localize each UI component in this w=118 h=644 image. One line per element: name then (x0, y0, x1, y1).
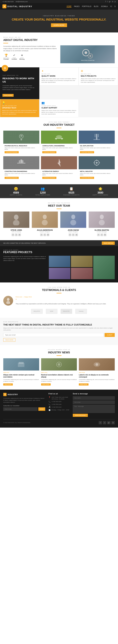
footer-message-textarea[interactable] (73, 405, 115, 413)
newsletter-read-more-button[interactable]: READ MORE (3, 338, 15, 342)
john-fb-icon[interactable]: f (69, 234, 71, 236)
svg-point-11 (55, 138, 57, 140)
gplus-icon[interactable]: g+ (109, 1, 111, 2)
steve-fb-icon[interactable]: f (12, 234, 14, 236)
svg-rect-20 (21, 160, 22, 163)
pharma-text: Aliqua enim minim veniam quis nostrud ex… (5, 147, 38, 150)
committed-text: WE ARE COMMITTED OF DELIVERING THE BEST … (3, 242, 46, 244)
twitter-icon[interactable]: t (107, 1, 107, 2)
industry-title: OUR INDUSTRY TARGET (3, 124, 115, 126)
steve-li-icon[interactable]: in (18, 234, 21, 236)
testimonials-title: TESTIMONIALS & CLIENTS (3, 289, 115, 292)
oil-text: Aliqua enim minim veniam quis nostrud ex… (80, 147, 113, 150)
julia-li-icon[interactable]: in (47, 234, 49, 236)
testimonial-photo (3, 296, 13, 306)
svg-rect-14 (95, 134, 95, 137)
gear-badge: ⚙ (2, 65, 8, 72)
featured-content: Consectetur adipiscing elit, sed do eius… (3, 256, 115, 279)
footer-gplus-icon[interactable]: g+ (107, 421, 110, 424)
testimonial-content: Fiona Lane — Happy Client " They exceede… (3, 296, 115, 306)
fax-icon: 📠 (48, 406, 50, 408)
news-read-more-1-button[interactable]: READ MORE (3, 384, 13, 386)
metal-read-more-button[interactable]: CONTINUE READING (80, 177, 94, 179)
footer-newsletter-button[interactable]: SEND (38, 407, 45, 411)
agri-title: AGRICULTURAL ENGINEERING (42, 145, 76, 146)
featured-img-tall (93, 256, 115, 279)
news-text-1: Consectetur adipiscing elit, sed do eius… (3, 379, 39, 382)
svg-point-34 (100, 214, 104, 219)
testimonial-tag: — Happy Client (23, 296, 32, 298)
reasons-read-more-button[interactable]: READ MORE (3, 94, 14, 97)
footer-facebook-icon[interactable]: f (99, 421, 102, 424)
footer-hours: 🕐 Monday – Friday: 9:00 – 18:00 (48, 409, 70, 411)
nav-portfolio[interactable]: PORTFOLIO (82, 6, 91, 7)
footer-send-message-button[interactable]: SEND MESSAGE (73, 414, 88, 417)
svg-rect-13 (96, 134, 97, 140)
gloria-fb-icon[interactable]: f (97, 234, 100, 236)
total-employees-label: TOTAL EMPLOYEES (35, 194, 50, 196)
john-name: JOHN SNOW (60, 229, 86, 231)
top-bar: +1 562 555-0155 info@industry.com f t g+… (0, 0, 118, 3)
oil-read-more-button[interactable]: CONTINUE READING (80, 151, 94, 153)
about-image: INDUSTRIAL EXPERTISE (60, 45, 115, 63)
john-role: Motion Designer (60, 231, 86, 232)
agri-icon (54, 132, 64, 142)
logo[interactable]: ⚙ DIGITAL INDUSTRY (3, 4, 32, 8)
industry-label: LETS SEE OUR TARGET (3, 121, 115, 123)
nav-pages[interactable]: PAGES (74, 6, 80, 7)
happy-clients-label: HAPPY CLIENTS (10, 194, 22, 196)
facebook-icon[interactable]: f (105, 1, 106, 2)
john-tw-icon[interactable]: t (72, 234, 75, 236)
svg-rect-6 (21, 136, 22, 136)
svg-point-10 (56, 135, 62, 138)
julia-tw-icon[interactable]: t (43, 234, 46, 236)
about-label: READ WHAT WE DO (3, 36, 115, 38)
agri-read-more-button[interactable]: CONTINUE READING (42, 151, 56, 153)
footer-name-input[interactable] (73, 396, 115, 400)
julia-fb-icon[interactable]: f (40, 234, 43, 236)
testimonial-avatar (6, 298, 11, 304)
work-with-us-button[interactable]: Work With Us (102, 242, 115, 245)
nav-yj[interactable]: YJ (110, 6, 112, 7)
news-read-more-2-button[interactable]: READ MORE (41, 384, 51, 386)
footer-twitter-icon[interactable]: t (103, 421, 106, 424)
gloria-li-icon[interactable]: in (104, 234, 106, 236)
industry-section: LETS SEE OUR TARGET OUR INDUSTRY TARGET … (0, 117, 118, 184)
pharma-title: PHARMACEUTICAL RESEARCH (5, 145, 38, 146)
svg-point-33 (70, 220, 76, 226)
steve-tw-icon[interactable]: t (15, 234, 18, 236)
nav-joomla[interactable]: JOOMLA (101, 6, 108, 7)
footer-newsletter-input[interactable] (3, 407, 37, 411)
nav-s[interactable]: S (114, 6, 115, 7)
team-member-julia: JULIA ANDERSON Graphic Designer f t in (32, 212, 58, 236)
industry-grid: PHARMACEUTICAL RESEARCH Aliqua enim mini… (3, 131, 115, 180)
footer-linkedin-icon[interactable]: in (111, 421, 115, 424)
svg-rect-18 (19, 160, 20, 163)
nav-home[interactable]: HOME (67, 6, 72, 8)
svg-point-41 (58, 363, 60, 366)
news-divider (56, 355, 62, 356)
hero-cta-button[interactable]: LEARN MORE (51, 23, 67, 27)
gloria-tw-icon[interactable]: t (100, 234, 103, 236)
svg-point-12 (61, 138, 63, 140)
nav-blog[interactable]: BLOG (94, 6, 98, 7)
svg-point-36 (7, 298, 10, 301)
reasons-top-label: TOP REASONS TO (3, 75, 37, 76)
pharma-read-more-button[interactable]: CONTINUE READING (5, 151, 19, 153)
news-read-more-3-button[interactable]: READ MORE (79, 384, 88, 386)
svg-marker-21 (57, 159, 61, 167)
steve-name: STEVE JOBS (3, 229, 29, 231)
john-li-icon[interactable]: in (75, 234, 78, 236)
pinterest-icon[interactable]: p (114, 1, 115, 2)
newsletter-email-input[interactable] (3, 333, 104, 337)
construct-read-more-button[interactable]: CONTINUE READING (5, 177, 19, 179)
construct-text: Aliqua enim minim veniam quis nostrud ex… (5, 173, 38, 176)
energy-read-more-button[interactable]: CONTINUE READING (42, 177, 56, 179)
linkedin-icon[interactable]: in (112, 1, 113, 2)
newsletter-submit-button[interactable]: SUBMIT (104, 333, 115, 337)
happy-clients-number: 4589 (13, 191, 19, 194)
footer-email-input[interactable] (73, 400, 115, 404)
phone-2-icon: 📞 (48, 404, 50, 406)
reasons-bottom-row: 💡 WE ARE KNOWN FOR UPDATED TECH Aliqua e… (0, 99, 118, 117)
reasons-featured-box: ⚙ TOP REASONS TO REASONS TO WORK WITH US… (0, 67, 39, 99)
